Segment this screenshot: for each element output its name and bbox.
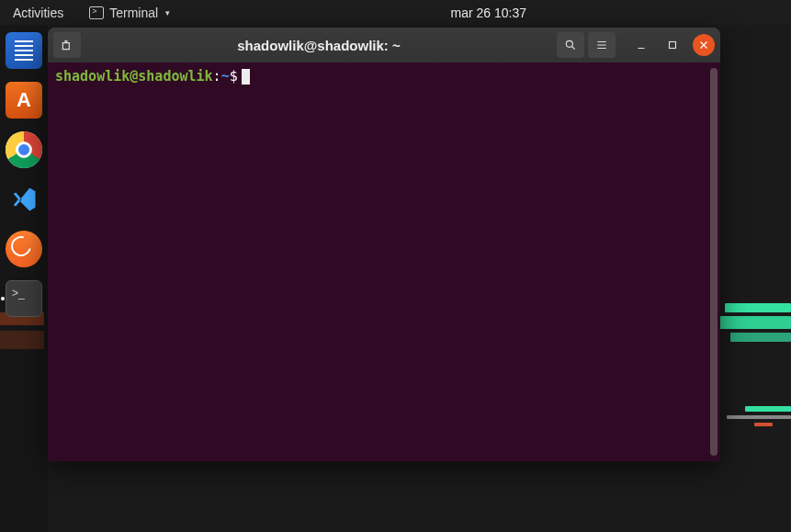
- gnome-top-bar: Activities Terminal ▾ mar 26 10:37: [0, 0, 791, 25]
- terminal-window: shadowlik@shadowlik: ~ shadowlik@shadowl…: [48, 28, 720, 461]
- prompt-user-host: shadowlik@shadowlik: [55, 68, 213, 85]
- dock-item-text-editor[interactable]: [6, 32, 42, 69]
- vscode-icon: [10, 186, 38, 213]
- minimize-button[interactable]: [630, 34, 652, 56]
- window-titlebar[interactable]: shadowlik@shadowlik: ~: [48, 28, 720, 62]
- dock-item-vscode[interactable]: [6, 181, 42, 218]
- prompt-path: ~: [221, 68, 230, 85]
- terminal-viewport[interactable]: shadowlik@shadowlik:~$: [48, 62, 720, 461]
- new-tab-button[interactable]: [53, 32, 81, 58]
- minimize-icon: [635, 39, 648, 51]
- close-button[interactable]: [693, 34, 715, 56]
- prompt-line: shadowlik@shadowlik:~$: [55, 68, 713, 85]
- chevron-down-icon: ▾: [165, 8, 170, 17]
- maximize-button[interactable]: [661, 34, 684, 56]
- terminal-icon: [89, 6, 104, 19]
- prompt-symbol: $: [230, 68, 238, 85]
- svg-rect-3: [670, 42, 676, 49]
- svg-line-1: [572, 47, 575, 50]
- app-menu-label: Terminal: [109, 6, 158, 20]
- scrollbar[interactable]: [710, 68, 718, 456]
- hamburger-icon: [595, 39, 608, 51]
- hamburger-menu-button[interactable]: [588, 32, 616, 58]
- search-icon: [564, 39, 577, 51]
- ubuntu-dock: A >_: [0, 25, 48, 532]
- app-menu-indicator[interactable]: Terminal ▾: [89, 6, 170, 20]
- text-cursor: [242, 69, 250, 85]
- clock[interactable]: mar 26 10:37: [451, 6, 527, 20]
- svg-point-0: [566, 40, 572, 47]
- window-title: shadowlik@shadowlik: ~: [85, 38, 553, 53]
- dock-item-terminal[interactable]: >_: [6, 280, 42, 317]
- dock-item-google-chrome[interactable]: [6, 131, 42, 168]
- prompt-separator: :: [213, 68, 221, 85]
- activities-button[interactable]: Activities: [9, 6, 67, 20]
- search-button[interactable]: [557, 32, 584, 58]
- dock-item-ubuntu-software[interactable]: A: [6, 82, 42, 119]
- new-tab-icon: [61, 39, 73, 51]
- maximize-icon: [666, 39, 679, 51]
- close-icon: [697, 39, 710, 51]
- dock-item-postman[interactable]: [6, 231, 42, 267]
